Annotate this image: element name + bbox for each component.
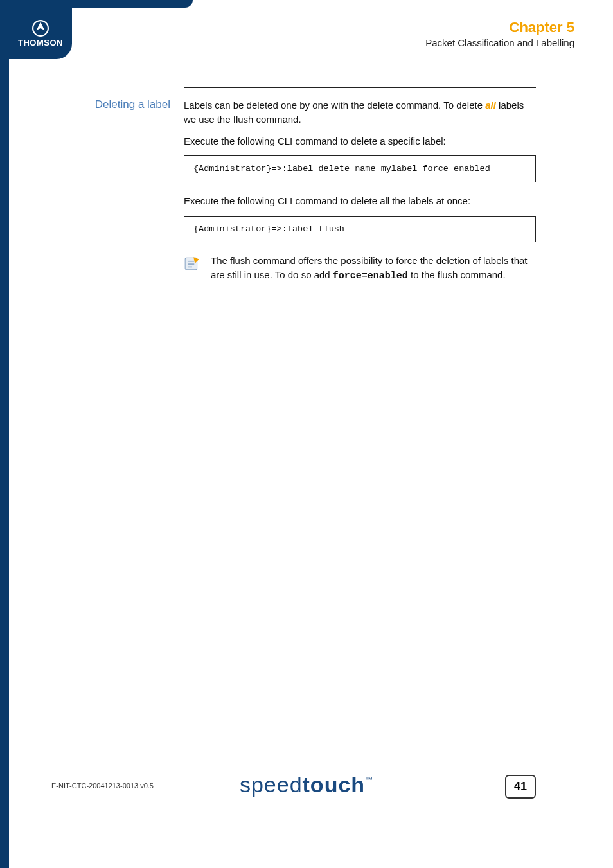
instruction-delete-specific: Execute the following CLI command to del… [184,134,536,148]
para1-a: Labels can be deleted one by one with th… [184,100,485,111]
page-number: 41 [505,775,536,799]
note-code: force=enabled [333,270,408,281]
note-b: to the flush command. [408,269,506,280]
emph-all: all [485,100,496,111]
note-icon [184,254,202,283]
chapter-subtitle: Packet Classification and Labelling [425,37,574,48]
brand-logo: THOMSON [9,8,72,59]
footer-logo-light: speed [240,772,303,797]
section-rule [184,87,536,88]
footer-rule [184,765,536,765]
brand-name: THOMSON [18,38,63,48]
note-row: The flush command offers the possibility… [184,254,536,283]
footer-logo-tm: ™ [365,775,373,784]
note-text: The flush command offers the possibility… [211,254,536,283]
thomson-icon [32,20,49,37]
code-flush: {Administrator}=>:label flush [184,216,536,243]
side-accent-bar [0,0,9,868]
body-column: Labels can be deleted one by one with th… [184,98,536,283]
footer-logo-bold: touch [303,772,366,797]
side-heading: Deleting a label [0,98,170,111]
code-delete-specific: {Administrator}=>:label delete name myla… [184,155,536,182]
page-header: Chapter 5 Packet Classification and Labe… [425,19,574,48]
header-rule [184,57,536,57]
instruction-delete-all: Execute the following CLI command to del… [184,194,536,208]
intro-paragraph: Labels can be deleted one by one with th… [184,98,536,127]
chapter-title: Chapter 5 [425,19,574,36]
top-accent-bar [0,0,193,8]
